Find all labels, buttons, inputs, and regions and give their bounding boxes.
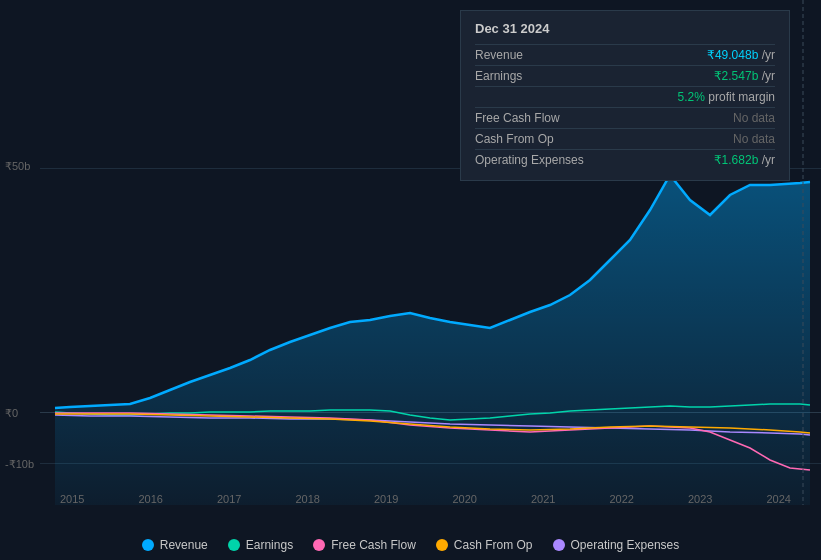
tooltip-value-earnings: ₹2.547b /yr [714, 69, 775, 83]
tooltip-row-op-expenses: Operating Expenses ₹1.682b /yr [475, 149, 775, 170]
tooltip-row-cash-from-op: Cash From Op No data [475, 128, 775, 149]
tooltip-value-profit-margin: 5.2% profit margin [678, 90, 775, 104]
x-label-2023: 2023 [688, 493, 712, 505]
x-label-2024: 2024 [767, 493, 791, 505]
tooltip-title: Dec 31 2024 [475, 21, 775, 36]
x-axis-labels: 2015 2016 2017 2018 2019 2020 2021 2022 … [0, 493, 821, 505]
x-label-2015: 2015 [60, 493, 84, 505]
legend-dot-free-cash [313, 539, 325, 551]
legend-item-cash-from-op[interactable]: Cash From Op [436, 538, 533, 552]
tooltip-label-cash-from-op: Cash From Op [475, 132, 595, 146]
tooltip-row-earnings: Earnings ₹2.547b /yr [475, 65, 775, 86]
chart-legend: Revenue Earnings Free Cash Flow Cash Fro… [0, 538, 821, 552]
x-label-2021: 2021 [531, 493, 555, 505]
x-label-2016: 2016 [139, 493, 163, 505]
legend-item-free-cash[interactable]: Free Cash Flow [313, 538, 416, 552]
tooltip-value-cash-from-op: No data [733, 132, 775, 146]
tooltip-label-earnings: Earnings [475, 69, 595, 83]
legend-dot-op-expenses [553, 539, 565, 551]
tooltip-row-profit-margin: 5.2% profit margin [475, 86, 775, 107]
tooltip-label-op-expenses: Operating Expenses [475, 153, 595, 167]
legend-label-op-expenses: Operating Expenses [571, 538, 680, 552]
legend-label-revenue: Revenue [160, 538, 208, 552]
legend-dot-earnings [228, 539, 240, 551]
tooltip-label-free-cash: Free Cash Flow [475, 111, 595, 125]
revenue-area [55, 175, 810, 505]
legend-item-earnings[interactable]: Earnings [228, 538, 293, 552]
x-label-2017: 2017 [217, 493, 241, 505]
legend-item-revenue[interactable]: Revenue [142, 538, 208, 552]
legend-dot-revenue [142, 539, 154, 551]
tooltip-row-free-cash: Free Cash Flow No data [475, 107, 775, 128]
x-label-2020: 2020 [453, 493, 477, 505]
tooltip-label-revenue: Revenue [475, 48, 595, 62]
tooltip-value-revenue: ₹49.048b /yr [707, 48, 775, 62]
legend-label-earnings: Earnings [246, 538, 293, 552]
x-label-2018: 2018 [296, 493, 320, 505]
legend-label-cash-from-op: Cash From Op [454, 538, 533, 552]
chart-container: ₹50b ₹0 -₹10b Dec 31 2024 Revenue ₹49. [0, 0, 821, 560]
x-label-2022: 2022 [610, 493, 634, 505]
legend-item-op-expenses[interactable]: Operating Expenses [553, 538, 680, 552]
tooltip-row-revenue: Revenue ₹49.048b /yr [475, 44, 775, 65]
tooltip-value-free-cash: No data [733, 111, 775, 125]
x-label-2019: 2019 [374, 493, 398, 505]
legend-dot-cash-from-op [436, 539, 448, 551]
legend-label-free-cash: Free Cash Flow [331, 538, 416, 552]
data-tooltip: Dec 31 2024 Revenue ₹49.048b /yr Earning… [460, 10, 790, 181]
tooltip-value-op-expenses: ₹1.682b /yr [714, 153, 775, 167]
